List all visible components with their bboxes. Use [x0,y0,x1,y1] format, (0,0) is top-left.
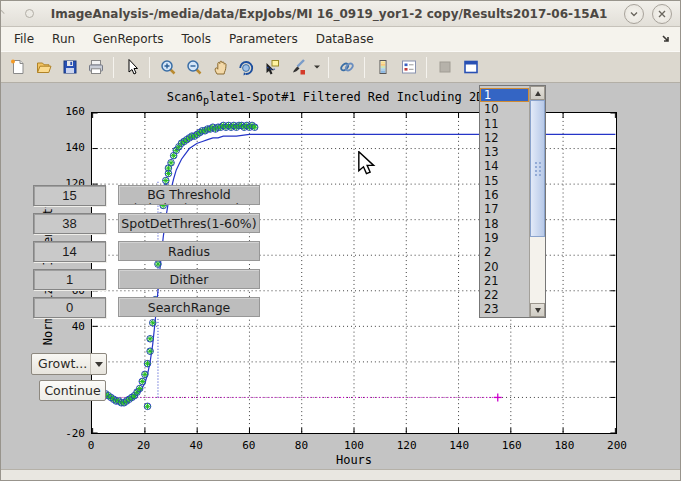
toolbar-separator [149,57,150,78]
list-item-14[interactable]: 14 [480,159,529,173]
listbox-scrollbar[interactable] [529,86,545,317]
x-tick-label: 60 [229,439,269,452]
searchrange-button[interactable]: SearchRange [118,297,260,317]
insert-legend-button[interactable] [396,55,421,80]
list-item-11[interactable]: 11 [480,117,529,131]
x-tick-label: 20 [124,439,164,452]
brush-tool-button[interactable] [285,55,310,80]
window-title: ImageAnalysis-/media/data/ExpJobs/MI 16_… [34,7,624,21]
menu-genreports[interactable]: GenReports [84,29,172,49]
list-item-20[interactable]: 20 [480,260,529,274]
zoom-in-button[interactable] [155,55,180,80]
open-file-icon [35,58,53,76]
dither-button[interactable]: Dither [118,269,260,289]
menu-run[interactable]: Run [43,29,84,49]
close-icon [657,9,667,19]
x-tick-label: 140 [439,439,479,452]
rotate-3d-button[interactable] [233,55,258,80]
toolbar-separator [328,57,329,78]
figure-area: Scan6plate1-Spot#1 Filtered Red Includin… [1,83,680,471]
pointer-tool-button[interactable] [119,55,144,80]
list-item-10[interactable]: 10 [480,102,529,116]
chevron-down-icon [90,354,106,374]
y-tick-label: 40 [45,320,85,333]
menu-database[interactable]: DataBase [307,29,383,49]
radius-button[interactable]: Radius [118,241,260,261]
list-item-21[interactable]: 21 [480,274,529,288]
application-window: { "window": { "title": "ImageAnalysis-/m… [0,0,681,481]
menu-overflow-arrow-icon[interactable] [661,34,672,45]
scrollbar-track[interactable] [530,100,545,303]
listbox-items: 110111213141516171819220212223 [480,86,529,317]
link-plots-button[interactable] [334,55,359,80]
scrollbar-thumb[interactable] [530,100,545,237]
list-item-16[interactable]: 16 [480,188,529,202]
zoom-out-button[interactable] [181,55,206,80]
list-item-23[interactable]: 23 [480,302,529,316]
list-item-18[interactable]: 18 [480,217,529,231]
continue-button[interactable]: Continue [39,380,106,401]
data-cursor-button[interactable] [259,55,284,80]
pan-hand-icon [211,58,229,76]
bg-threshold-field[interactable] [33,185,106,206]
scroll-down-button[interactable] [530,303,545,317]
zoom-out-icon [185,58,203,76]
dither-field[interactable] [33,269,106,290]
list-item-19[interactable]: 19 [480,231,529,245]
insert-colorbar-button[interactable] [370,55,395,80]
toolbar-separator [113,57,114,78]
x-tick-label: 80 [281,439,321,452]
save-icon [61,58,79,76]
toolbar-separator [426,57,427,78]
bg-threshold-button[interactable]: BG Threshold(%below) Dynamic [118,185,260,205]
shade-window-button[interactable] [624,4,644,24]
chevron-down-icon [629,9,639,19]
x-tick-label: 120 [387,439,427,452]
growth-dropdown[interactable]: Growt... [31,353,107,375]
x-tick-label: 100 [334,439,374,452]
brush-dropdown-button[interactable] [311,55,323,80]
radius-field[interactable] [33,241,106,262]
zoom-in-icon [159,58,177,76]
brush-dropdown-caret-icon [313,64,321,70]
close-window-button[interactable] [652,4,672,24]
list-item-13[interactable]: 13 [480,145,529,159]
pan-tool-button[interactable] [207,55,232,80]
index-listbox: 110111213141516171819220212223 [479,85,546,318]
x-tick-label: 200 [597,439,637,452]
list-item-17[interactable]: 17 [480,202,529,216]
print-button[interactable] [83,55,108,80]
menu-parameters[interactable]: Parameters [220,29,307,49]
spotdetthres-button[interactable]: SpotDetThres(1-60%) [118,213,260,233]
triangle-up-icon [535,91,541,96]
menu-tools[interactable]: Tools [172,29,220,49]
spotdetthres-field[interactable] [33,213,106,234]
window-bottom-edge [1,469,680,480]
toolbar [1,51,680,83]
searchrange-field[interactable] [33,297,106,318]
list-item-12[interactable]: 12 [480,131,529,145]
title-bar: ImageAnalysis-/media/data/ExpJobs/MI 16_… [1,1,680,27]
menu-file[interactable]: File [5,29,43,49]
insert-legend-icon [400,58,418,76]
scroll-up-button[interactable] [530,86,545,100]
link-plots-icon [338,58,356,76]
new-window-icon [462,58,480,76]
x-tick-label: 180 [544,439,584,452]
save-button[interactable] [57,55,82,80]
pointer-icon [123,58,141,76]
insert-colorbar-icon [374,58,392,76]
x-tick-label: 160 [492,439,532,452]
list-item-2[interactable]: 2 [480,245,529,259]
list-item-15[interactable]: 15 [480,174,529,188]
x-tick-label: 40 [176,439,216,452]
open-file-button[interactable] [31,55,56,80]
new-file-icon [9,58,27,76]
dock-figure-button[interactable] [432,55,457,80]
list-item-22[interactable]: 22 [480,288,529,302]
list-item-1[interactable]: 1 [480,88,529,102]
triangle-down-icon [535,308,541,313]
brush-icon [289,58,307,76]
new-window-button[interactable] [458,55,483,80]
new-file-button[interactable] [5,55,30,80]
